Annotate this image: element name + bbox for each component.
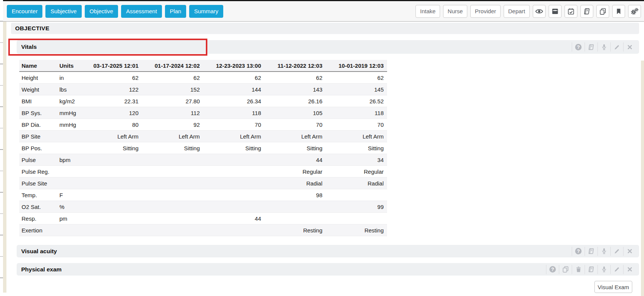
toolbar-tools: Intake Nurse Provider Depart [415, 5, 641, 18]
mic-button[interactable] [597, 265, 610, 274]
copy-toolbar-button[interactable] [596, 5, 609, 18]
table-row: BMI kg/m2 22.31 27.80 26.34 26.16 26.52 [19, 95, 387, 107]
table-row: Temp. F 98 [19, 189, 387, 201]
visual-acuity-title: Visual acuity [21, 248, 57, 255]
copy-button[interactable] [559, 265, 572, 274]
help-button[interactable]: ? [572, 247, 585, 256]
close-button[interactable] [623, 265, 636, 274]
close-icon [627, 44, 633, 50]
col-date: 03-17-2025 12:01 [81, 60, 142, 72]
page-background-left [3, 22, 6, 293]
table-row: O2 Sat. % 99 [19, 201, 387, 213]
table-row: Weight lbs 122 152 144 143 145 [19, 84, 387, 95]
table-row: Resp. pm 44 [19, 213, 387, 224]
provider-button[interactable]: Provider [470, 5, 501, 18]
book-toolbar-button[interactable] [580, 5, 593, 18]
edit-button[interactable] [610, 42, 623, 51]
book-icon [583, 8, 591, 15]
intake-button[interactable]: Intake [415, 5, 440, 18]
col-date: 01-17-2024 12:02 [142, 60, 203, 72]
calendar-check-icon [567, 8, 575, 15]
left-ruler [0, 0, 3, 296]
tab-encounter[interactable]: Encounter [7, 5, 42, 18]
close-icon [627, 248, 633, 254]
book-button[interactable] [585, 42, 597, 51]
col-date: 10-01-2019 12:03 [326, 60, 387, 72]
pencil-icon [613, 266, 621, 273]
table-row: BP Site Left Arm Left Arm Left Arm Left … [19, 131, 387, 142]
table-row: Pulse Site Radial Radial [19, 178, 387, 189]
tab-plan[interactable]: Plan [165, 5, 186, 18]
table-row: BP Pos. Sitting Sitting Sitting Sitting … [19, 142, 387, 154]
objective-heading-label: OBJECTIVE [15, 25, 50, 32]
vitals-header-row: Name Units 03-17-2025 12:01 01-17-2024 1… [19, 60, 387, 72]
col-name: Name [19, 60, 57, 72]
mic-icon [600, 266, 608, 273]
trash-icon [575, 266, 582, 273]
page-background-right [641, 61, 644, 296]
eye-toolbar-button[interactable] [533, 5, 546, 18]
col-date: 12-23-2023 13:00 [203, 60, 264, 72]
book-icon [588, 44, 595, 51]
section-physical-exam: Physical exam ? [17, 263, 639, 276]
table-row: Height in 62 62 62 62 62 [19, 72, 387, 84]
calendar-toolbar-button[interactable] [565, 5, 577, 18]
table-row: BP Sys. mmHg 120 112 118 105 118 [19, 107, 387, 119]
book-icon [588, 266, 595, 273]
table-row: Pulse bpm 44 34 [19, 154, 387, 166]
gears-icon [630, 7, 639, 16]
bookmark-toolbar-button[interactable] [612, 5, 625, 18]
help-button[interactable]: ? [546, 265, 559, 274]
help-icon: ? [549, 266, 556, 273]
tab-summary[interactable]: Summary [189, 5, 223, 18]
edit-button[interactable] [610, 265, 623, 274]
book-button[interactable] [585, 247, 597, 256]
help-icon: ? [575, 44, 582, 50]
pencil-icon [613, 44, 621, 51]
col-date: 11-12-2022 12:03 [264, 60, 326, 72]
physical-exam-title: Physical exam [21, 266, 62, 273]
top-toolbar: Encounter Subjective Objective Assessmen… [3, 0, 644, 22]
vitals-title: Vitals [21, 44, 37, 50]
mic-icon [600, 248, 608, 255]
mic-button[interactable] [597, 247, 610, 256]
close-button[interactable] [623, 247, 636, 256]
physical-exam-actions: ? [546, 263, 636, 276]
eye-icon [535, 7, 543, 16]
gears-toolbar-button[interactable] [628, 5, 641, 18]
edit-button[interactable] [610, 247, 623, 256]
objective-heading: OBJECTIVE [11, 23, 639, 34]
mic-button[interactable] [597, 42, 610, 51]
encounter-tabs: Encounter Subjective Objective Assessmen… [7, 5, 223, 18]
section-vitals: Vitals ? [17, 40, 639, 54]
tab-subjective[interactable]: Subjective [45, 5, 81, 18]
delete-button[interactable] [572, 265, 585, 274]
depart-button[interactable]: Depart [504, 5, 530, 18]
bookmark-icon [615, 8, 622, 15]
help-button[interactable]: ? [572, 42, 585, 51]
encounter-form-panel: OBJECTIVE Vitals ? [6, 22, 641, 296]
close-button[interactable] [623, 42, 636, 51]
vitals-table: Name Units 03-17-2025 12:01 01-17-2024 1… [19, 60, 387, 236]
encounter-screen: Encounter Subjective Objective Assessmen… [0, 0, 644, 296]
table-row: Exertion Resting Resting [19, 224, 387, 236]
copy-icon [562, 266, 569, 273]
visual-acuity-actions: ? [572, 245, 636, 257]
vitals-actions: ? [572, 40, 636, 54]
archive-toolbar-button[interactable] [549, 5, 562, 18]
close-icon [627, 266, 633, 273]
table-row: BP Dia. mmHg 80 92 70 70 70 [19, 119, 387, 131]
copy-icon [599, 8, 607, 15]
help-icon: ? [575, 248, 582, 254]
col-units: Units [57, 60, 81, 72]
tab-assessment[interactable]: Assessment [121, 5, 162, 18]
table-row: Pulse Reg. Regular Regular [19, 166, 387, 178]
archive-icon [551, 8, 559, 15]
mic-icon [600, 44, 608, 51]
visual-exam-button[interactable]: Visual Exam [594, 281, 632, 293]
nurse-button[interactable]: Nurse [443, 5, 467, 18]
tab-objective[interactable]: Objective [85, 5, 118, 18]
book-button[interactable] [585, 265, 597, 274]
section-visual-acuity: Visual acuity ? [17, 245, 639, 257]
pencil-icon [613, 248, 621, 255]
